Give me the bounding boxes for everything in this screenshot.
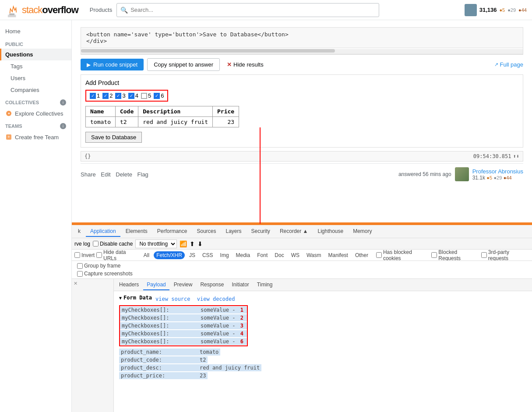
filter-img[interactable]: Img <box>218 251 232 259</box>
sidebar-item-users[interactable]: Users <box>0 72 71 84</box>
disable-cache-input[interactable] <box>93 241 99 246</box>
has-blocked-cookies-filter[interactable]: Has blocked cookies <box>376 250 430 261</box>
checkbox-2[interactable]: ✓ 2 <box>102 92 113 99</box>
devtools-tab-elements[interactable]: Elements <box>121 226 152 237</box>
collectives-label: COLLECTIVES <box>5 100 39 105</box>
invert-checkbox[interactable] <box>74 252 80 258</box>
detail-tab-payload[interactable]: Payload <box>143 280 169 290</box>
detail-tab-timing[interactable]: Timing <box>254 280 276 290</box>
form-row-1: myCheckboxes[]: someValue - 1 <box>120 306 247 314</box>
checkbox-5[interactable]: 5 <box>141 92 151 99</box>
request-list-close[interactable]: ✕ <box>72 279 113 288</box>
full-page-link[interactable]: ↗ Full page <box>494 61 523 68</box>
view-source-link[interactable]: view source <box>155 296 190 302</box>
devtools-tab-k[interactable]: k <box>74 226 85 237</box>
filter-font[interactable]: Font <box>254 251 270 259</box>
filter-wasm[interactable]: Wasm <box>304 251 324 259</box>
detail-tab-response[interactable]: Response <box>197 280 227 290</box>
products-link[interactable]: Products <box>85 3 116 17</box>
view-decoded-link[interactable]: view decoded <box>197 296 235 302</box>
filter-media[interactable]: Media <box>233 251 253 259</box>
copy-snippet-button[interactable]: Copy snippet to answer <box>147 58 220 71</box>
devtools-tab-security[interactable]: Security <box>247 226 275 237</box>
blocked-requests-checkbox[interactable] <box>431 252 437 258</box>
hide-results-button[interactable]: ✕ Hide results <box>223 59 267 70</box>
sidebar-item-home[interactable]: Home <box>0 25 71 37</box>
save-to-database-button[interactable]: Save to Database <box>85 132 142 143</box>
devtools-tab-memory[interactable]: Memory <box>349 226 376 237</box>
checkbox-4[interactable]: ✓ 4 <box>128 92 138 99</box>
has-blocked-cookies-checkbox[interactable] <box>376 252 382 258</box>
third-party-requests-checkbox[interactable] <box>481 252 487 258</box>
capture-screenshots-filter[interactable]: Capture screenshots <box>77 271 133 277</box>
hide-data-urls-checkbox[interactable] <box>96 252 102 258</box>
hide-data-urls-filter[interactable]: Hide data URLs <box>96 250 139 261</box>
search-bar[interactable]: 🔍 <box>116 3 379 17</box>
devtools-tab-application[interactable]: Application <box>86 226 120 237</box>
filter-all[interactable]: All <box>141 251 152 259</box>
form-key-2: myCheckboxes[]: <box>120 314 199 321</box>
answerer-name[interactable]: Professor Abronsius <box>472 168 523 175</box>
sidebar-item-create-team[interactable]: + Create free Team <box>0 131 71 143</box>
horizontal-scrollbar[interactable] <box>81 49 523 54</box>
capture-screenshots-checkbox[interactable] <box>77 271 83 277</box>
detail-tab-headers[interactable]: Headers <box>116 280 142 290</box>
detail-tab-preview[interactable]: Preview <box>170 280 196 290</box>
checkbox-2-label: 2 <box>109 92 113 99</box>
preserve-log-label: rve log <box>74 241 90 247</box>
blocked-requests-filter[interactable]: Blocked Requests <box>431 250 479 261</box>
explore-collectives-label: Explore Collectives <box>15 110 63 117</box>
cell-desc: red and juicy fruit <box>138 117 213 127</box>
val-red-6: 6 <box>239 338 245 345</box>
throttling-select[interactable]: No throttling <box>135 239 177 248</box>
checkbox-1[interactable]: ✓ 1 <box>90 92 100 99</box>
invert-filter[interactable]: Invert <box>74 252 95 258</box>
filter-doc[interactable]: Doc <box>272 251 286 259</box>
collectives-info-icon[interactable]: i <box>60 99 66 106</box>
filter-fetch-xhr[interactable]: Fetch/XHR <box>154 251 185 259</box>
detail-tab-initiator[interactable]: Initiator <box>228 280 252 290</box>
delete-link[interactable]: Delete <box>116 171 132 178</box>
filter-other[interactable]: Other <box>352 251 371 259</box>
invert-label: Invert <box>81 252 95 258</box>
devtools-tab-performance[interactable]: Performance <box>153 226 192 237</box>
sidebar-item-companies[interactable]: Companies <box>0 84 71 96</box>
download-icon[interactable]: ⬇ <box>197 240 203 247</box>
filter-manifest[interactable]: Manifest <box>326 251 351 259</box>
group-by-frame-checkbox[interactable] <box>77 263 83 269</box>
filter-css[interactable]: CSS <box>200 251 216 259</box>
hide-x-icon: ✕ <box>227 61 232 68</box>
sidebar-item-questions[interactable]: Questions <box>0 49 71 60</box>
upload-icon[interactable]: ⬆ <box>190 240 195 247</box>
form-key-1: myCheckboxes[]: <box>120 306 199 313</box>
devtools-tab-sources[interactable]: Sources <box>192 226 220 237</box>
sidebar-item-explore-collectives[interactable]: ✦ Explore Collectives <box>0 107 71 120</box>
checkbox-3[interactable]: ✓ 3 <box>115 92 125 99</box>
third-party-requests-filter[interactable]: 3rd-party requests <box>481 250 529 261</box>
answerer-avatar <box>455 167 469 181</box>
group-by-frame-filter[interactable]: Group by frame <box>77 263 120 269</box>
run-snippet-button[interactable]: ▶ Run code snippet <box>81 59 144 70</box>
checkbox-6[interactable]: ✓ 6 <box>154 92 164 99</box>
collectives-icon: ✦ <box>5 110 12 117</box>
form-data-header: ▼ Form Data <box>119 295 152 301</box>
filter-js[interactable]: JS <box>187 251 198 259</box>
devtools-tab-lighthouse[interactable]: Lighthouse <box>313 226 348 237</box>
filter-row: Invert Hide data URLs All Fetch/XHR JS C… <box>72 250 532 261</box>
flag-link[interactable]: Flag <box>137 171 148 178</box>
teams-info-icon[interactable]: i <box>60 123 66 129</box>
edit-link[interactable]: Edit <box>101 171 110 178</box>
disable-cache-checkbox[interactable]: Disable cache <box>93 241 133 247</box>
teams-header: TEAMS i <box>0 120 71 131</box>
sidebar-item-tags[interactable]: Tags <box>0 60 71 72</box>
form-val-product-price: 23 <box>198 372 208 379</box>
logo[interactable]: stackoverflow <box>5 3 78 17</box>
devtools-tab-recorder[interactable]: Recorder ▲ <box>275 226 313 237</box>
product-table: Name Code Description Price tomato t2 re… <box>85 106 239 127</box>
json-bar-arrows[interactable]: ⬆⬇ <box>513 153 519 159</box>
share-link[interactable]: Share <box>81 171 96 178</box>
filter-ws[interactable]: WS <box>289 251 302 259</box>
search-input[interactable] <box>130 7 375 13</box>
close-icon[interactable]: ✕ <box>74 281 78 286</box>
devtools-tab-layers[interactable]: Layers <box>221 226 246 237</box>
